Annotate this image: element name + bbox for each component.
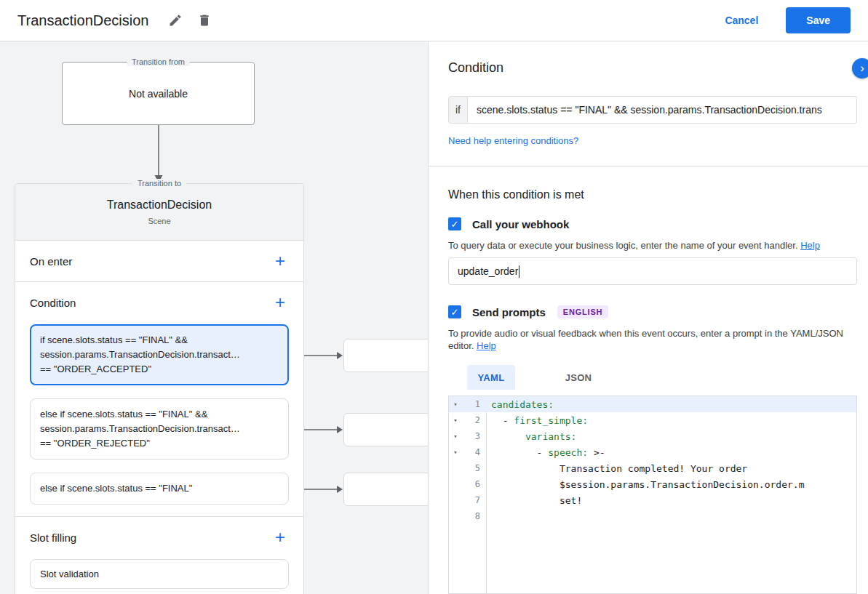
chevron-right-icon: › bbox=[860, 61, 864, 76]
yaml-editor[interactable]: ▾1candidates:▾2 - first_simple:▾3 varian… bbox=[448, 396, 857, 594]
when-condition-met-title: When this condition is met bbox=[448, 188, 857, 201]
webhook-help-link[interactable]: Help bbox=[800, 240, 820, 251]
prompts-help-link[interactable]: Help bbox=[477, 340, 496, 351]
transition-to-label: Transition to bbox=[132, 179, 186, 188]
line-number: 8 bbox=[462, 511, 487, 521]
slot-filling-section: Slot filling + Slot validation bbox=[15, 516, 303, 589]
code-line-text: set! bbox=[487, 495, 582, 506]
condition-section-header: Condition + bbox=[15, 282, 303, 323]
if-label: if bbox=[448, 96, 468, 124]
condition-help-link[interactable]: Need help entering conditions? bbox=[448, 135, 578, 146]
topbar: TransactionDecision Cancel Save bbox=[0, 0, 868, 41]
slot-filling-label: Slot filling bbox=[30, 531, 76, 544]
page-title: TransactionDecision bbox=[17, 12, 148, 29]
line-number: 1 bbox=[462, 399, 487, 409]
condition-item-rejected[interactable]: else if scene.slots.status == "FINAL" &&… bbox=[30, 398, 289, 459]
condition-expression-row: if scene.slots.status == "FINAL" && sess… bbox=[448, 96, 857, 124]
condition-item-final[interactable]: else if scene.slots.status == "FINAL" bbox=[30, 473, 289, 505]
transition-target-box-3[interactable] bbox=[343, 473, 428, 506]
code-line-text: - speech: >- bbox=[487, 447, 605, 458]
code-row: 5 Transaction completed! Your order bbox=[449, 460, 856, 476]
condition-help-row: Need help entering conditions? bbox=[448, 134, 857, 147]
on-enter-section-header: On enter + bbox=[15, 241, 303, 281]
tab-json[interactable]: JSON bbox=[554, 365, 602, 390]
line-number: 2 bbox=[462, 415, 487, 425]
pencil-icon bbox=[168, 13, 183, 28]
send-prompts-label: Send prompts bbox=[472, 306, 546, 318]
code-row: 7 set! bbox=[449, 492, 856, 508]
condition-expression-input[interactable]: scene.slots.status == "FINAL" && session… bbox=[468, 96, 857, 124]
line-number: 4 bbox=[462, 447, 487, 457]
scene-name: TransactionDecision bbox=[107, 198, 212, 212]
fold-toggle-icon[interactable]: ▾ bbox=[449, 449, 462, 456]
line-number: 5 bbox=[462, 463, 487, 473]
code-row: ▾3 variants: bbox=[449, 428, 856, 444]
event-handler-input[interactable]: update_order bbox=[448, 257, 857, 285]
on-enter-label: On enter bbox=[30, 255, 72, 268]
fold-toggle-icon[interactable]: ▾ bbox=[449, 401, 462, 408]
save-button[interactable]: Save bbox=[786, 7, 851, 33]
transition-target-box-1[interactable] bbox=[343, 339, 428, 372]
line-number: 6 bbox=[462, 479, 487, 489]
code-line-text: - first_simple: bbox=[487, 415, 588, 426]
topbar-actions: Cancel Save bbox=[725, 7, 851, 33]
edit-title-button[interactable] bbox=[164, 9, 186, 31]
condition-section: Condition + if scene.slots.status == "FI… bbox=[15, 281, 303, 516]
code-row: ▾4 - speech: >- bbox=[449, 444, 856, 460]
slot-validation-item[interactable]: Slot validation bbox=[30, 559, 289, 589]
checkmark-icon: ✓ bbox=[451, 307, 459, 318]
panel-title: Condition bbox=[448, 60, 857, 76]
scene-card: Transition to TransactionDecision Scene … bbox=[15, 183, 304, 594]
condition-editor-panel: › Condition if scene.slots.status == "FI… bbox=[428, 41, 868, 594]
section-divider bbox=[429, 166, 868, 166]
fold-toggle-icon[interactable]: ▾ bbox=[449, 417, 462, 424]
transition-from-box[interactable]: Transition from Not available bbox=[62, 62, 255, 125]
condition-item-accepted[interactable]: if scene.slots.status == "FINAL" && sess… bbox=[30, 324, 289, 385]
condition-list: if scene.slots.status == "FINAL" && sess… bbox=[15, 323, 303, 516]
transition-target-box-2[interactable] bbox=[343, 413, 428, 446]
add-slot-button[interactable]: + bbox=[271, 529, 289, 546]
prompts-description-text: To provide audio or visual feedback when… bbox=[448, 328, 843, 351]
call-webhook-label: Call your webhook bbox=[472, 218, 569, 230]
line-number: 7 bbox=[462, 495, 487, 505]
send-prompts-checkbox-row: ✓ Send prompts ENGLISH bbox=[448, 305, 857, 318]
code-row: 6 $session.params.TransactionDecision.or… bbox=[449, 476, 856, 492]
add-on-enter-button[interactable]: + bbox=[271, 252, 289, 270]
prompts-description: To provide audio or visual feedback when… bbox=[448, 327, 857, 352]
delete-scene-button[interactable] bbox=[194, 9, 215, 31]
code-line-text: $session.params.TransactionDecision.orde… bbox=[487, 479, 804, 490]
text-cursor bbox=[519, 265, 519, 278]
editor-format-tabs: YAML JSON bbox=[467, 365, 857, 390]
fold-toggle-icon[interactable]: ▾ bbox=[449, 433, 462, 440]
cancel-button[interactable]: Cancel bbox=[725, 15, 758, 26]
webhook-checkbox-row: ✓ Call your webhook bbox=[448, 217, 857, 230]
scene-diagram-canvas: Transition from Not available Transition… bbox=[0, 41, 428, 594]
code-line-text: variants: bbox=[487, 431, 576, 442]
webhook-description: To query data or execute your business l… bbox=[448, 239, 857, 252]
code-editor-lines: ▾1candidates:▾2 - first_simple:▾3 varian… bbox=[449, 396, 856, 524]
language-badge: ENGLISH bbox=[557, 305, 609, 318]
slot-filling-section-header: Slot filling + bbox=[15, 517, 303, 558]
transition-from-label: Transition from bbox=[127, 57, 190, 66]
trash-icon bbox=[197, 13, 212, 28]
event-handler-value: update_order bbox=[458, 265, 518, 277]
add-condition-button[interactable]: + bbox=[271, 294, 289, 311]
code-line-text: candidates: bbox=[487, 399, 554, 410]
condition-label: Condition bbox=[30, 297, 76, 309]
topbar-title-area: TransactionDecision bbox=[17, 9, 223, 31]
code-row: 8 bbox=[449, 508, 856, 524]
line-number: 3 bbox=[462, 431, 487, 441]
condition-expression-value: scene.slots.status == "FINAL" && session… bbox=[477, 104, 822, 116]
scene-card-header[interactable]: TransactionDecision Scene bbox=[15, 184, 303, 241]
send-prompts-checkbox[interactable]: ✓ bbox=[448, 305, 461, 318]
checkmark-icon: ✓ bbox=[451, 219, 459, 230]
transition-from-value: Not available bbox=[129, 88, 188, 100]
tab-yaml[interactable]: YAML bbox=[467, 365, 515, 390]
collapse-panel-button[interactable]: › bbox=[852, 58, 868, 79]
call-webhook-checkbox[interactable]: ✓ bbox=[448, 217, 461, 230]
webhook-description-text: To query data or execute your business l… bbox=[448, 240, 798, 251]
app-root: TransactionDecision Cancel Save bbox=[0, 0, 868, 594]
code-row: ▾1candidates: bbox=[449, 396, 856, 412]
main-content: Transition from Not available Transition… bbox=[0, 41, 868, 594]
scene-type-label: Scene bbox=[148, 217, 170, 225]
